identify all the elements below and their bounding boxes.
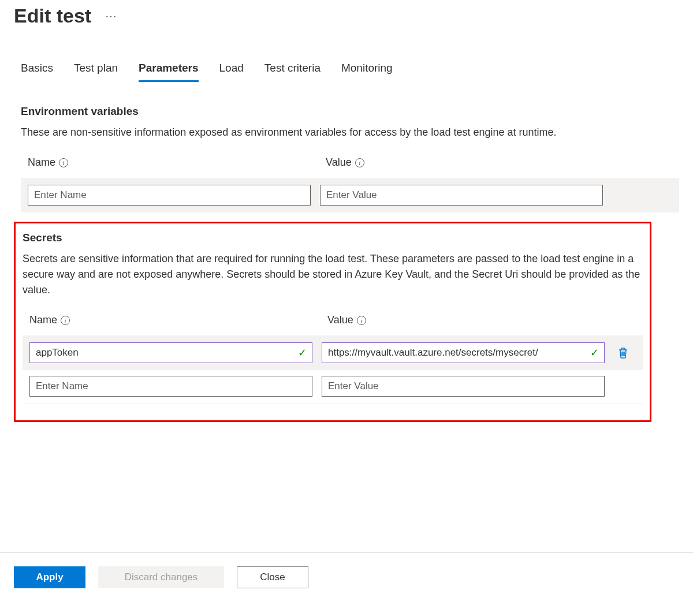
secret-empty-row — [23, 370, 643, 404]
secrets-section: Secrets Secrets are sensitive informatio… — [14, 222, 651, 422]
info-icon[interactable]: i — [61, 316, 70, 325]
secret-name-input-empty[interactable] — [29, 376, 312, 397]
env-empty-row — [21, 178, 679, 212]
env-vars-desc: These are non-sensitive information expo… — [21, 125, 679, 140]
tabs-bar: Basics Test plan Parameters Load Test cr… — [14, 62, 679, 82]
env-value-header: Value i — [319, 156, 608, 173]
delete-secret-button[interactable] — [614, 347, 632, 359]
env-value-input[interactable] — [320, 185, 603, 206]
secrets-name-header: Name i — [23, 314, 311, 331]
tab-monitoring[interactable]: Monitoring — [341, 62, 393, 82]
secrets-value-header-label: Value — [327, 314, 353, 326]
footer: Apply Discard changes Close — [14, 566, 308, 588]
env-value-header-label: Value — [326, 156, 352, 169]
more-icon[interactable]: ⋯ — [105, 9, 118, 23]
secrets-title: Secrets — [23, 232, 643, 244]
tab-load[interactable]: Load — [219, 62, 244, 82]
apply-button[interactable]: Apply — [14, 566, 85, 588]
info-icon[interactable]: i — [59, 158, 68, 167]
tab-parameters[interactable]: Parameters — [139, 62, 199, 82]
env-name-header: Name i — [21, 156, 310, 173]
secret-value-input-empty[interactable] — [322, 376, 605, 397]
env-vars-section: Environment variables These are non-sens… — [14, 105, 679, 212]
secrets-value-header: Value i — [321, 314, 609, 331]
secrets-name-header-label: Name — [29, 314, 57, 326]
tab-basics[interactable]: Basics — [21, 62, 53, 82]
close-button[interactable]: Close — [237, 566, 308, 588]
trash-icon — [618, 347, 628, 359]
tab-test-plan[interactable]: Test plan — [74, 62, 118, 82]
secret-name-input[interactable] — [29, 342, 312, 363]
secret-row: ✓ ✓ — [23, 335, 643, 370]
secrets-desc: Secrets are sensitive information that a… — [23, 251, 643, 298]
info-icon[interactable]: i — [357, 316, 366, 325]
discard-button[interactable]: Discard changes — [98, 566, 224, 588]
secret-value-input[interactable] — [322, 342, 605, 363]
footer-divider — [0, 552, 693, 552]
env-name-header-label: Name — [28, 156, 55, 169]
tab-test-criteria[interactable]: Test criteria — [264, 62, 321, 82]
page-header: Edit test ⋯ — [14, 5, 679, 27]
info-icon[interactable]: i — [355, 158, 364, 167]
env-name-input[interactable] — [28, 185, 311, 206]
page-title: Edit test — [14, 5, 91, 27]
env-vars-title: Environment variables — [21, 105, 679, 118]
